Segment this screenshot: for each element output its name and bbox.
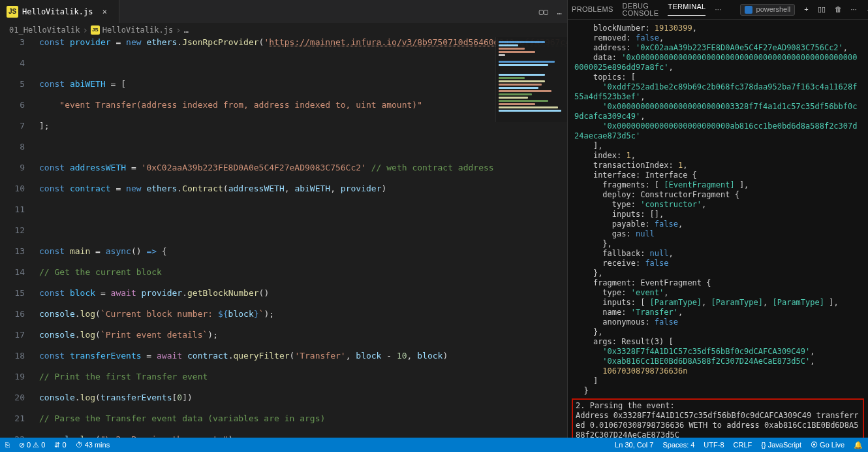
crumb-file[interactable]: HelloVitalik.js (102, 24, 173, 36)
powershell-icon (745, 6, 752, 14)
language-indicator[interactable]: {} JavaScript (761, 442, 801, 449)
breadcrumb[interactable]: 01_HelloVitalik › JS HelloVitalik.js › … (0, 23, 567, 37)
tab-file[interactable]: JS HelloVitalik.js × (0, 0, 119, 23)
code-editor[interactable]: const provider = new ethers.JsonRpcProvi… (0, 37, 567, 438)
eol-indicator[interactable]: CRLF (734, 442, 752, 449)
encoding-indicator[interactable]: UTF-8 (704, 442, 724, 449)
time-indicator[interactable]: ⏱ 43 mins (76, 442, 110, 449)
editormore-icon[interactable]: … (551, 6, 567, 18)
indent-indicator[interactable]: Spaces: 4 (662, 442, 694, 449)
js-icon: JS (7, 6, 18, 18)
cursor-position[interactable]: Ln 30, Col 7 (615, 442, 653, 449)
killterm-icon[interactable]: 🗑 (835, 6, 842, 13)
problems-counter[interactable]: ⊘ 0 ⚠ 0 (19, 442, 45, 449)
editor-tabbar: JS HelloVitalik.js × ▢▢ … (0, 0, 567, 23)
panelmore-icon[interactable]: ··· (851, 6, 857, 13)
crumb-folder[interactable]: 01_HelloVitalik (9, 24, 80, 36)
tab-title: HelloVitalik.js (22, 6, 93, 18)
terminal-profile-button[interactable]: powershell (740, 4, 796, 16)
highlighted-output: 2. Parsing the event: Address 0x3328F7f4… (572, 398, 864, 438)
panel-tabs: PROBLEMS DEBUG CONSOLE TERMINAL ··· powe… (568, 0, 868, 20)
close-icon[interactable]: × (97, 6, 112, 18)
golive-button[interactable]: ⦿ Go Live (811, 442, 845, 449)
split-editor-icon[interactable]: ▢▢ (536, 6, 551, 18)
crumb-more[interactable]: … (184, 24, 189, 36)
remote-indicator[interactable]: ⎘ (5, 442, 10, 449)
splitterm-icon[interactable]: ▯▯ (818, 6, 826, 13)
terminal-output[interactable]: blockNumber: 19130399, removed: false, a… (568, 20, 868, 438)
panel-tab-problems[interactable]: PROBLEMS (572, 6, 613, 13)
ports-indicator[interactable]: ⇵ 0 (54, 442, 66, 449)
panel-tab-debug[interactable]: DEBUG CONSOLE (623, 3, 659, 17)
status-bar: ⎘ ⊘ 0 ⚠ 0 ⇵ 0 ⏱ 43 mins Ln 30, Col 7 Spa… (0, 438, 868, 452)
minimap[interactable] (495, 37, 567, 122)
newterm-icon[interactable]: + (804, 6, 808, 13)
js-icon: JS (91, 25, 100, 35)
panel-tab-more[interactable]: ··· (715, 6, 721, 13)
panel-tab-terminal[interactable]: TERMINAL (668, 3, 705, 16)
notifications-icon[interactable]: 🔔 (854, 442, 863, 449)
